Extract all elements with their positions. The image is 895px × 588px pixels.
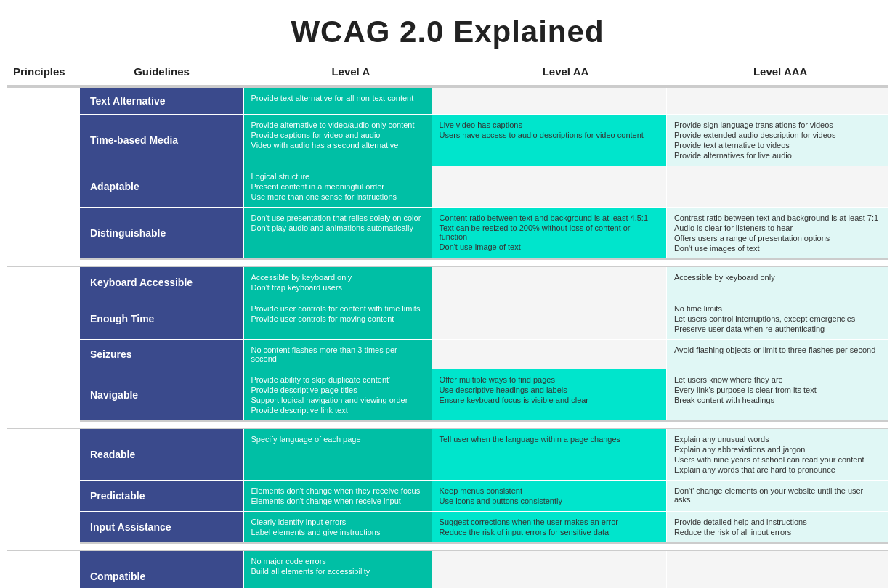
level-aaa-item: Audio is clear for listeners to hear	[674, 224, 880, 232]
level-aaa-item: Explain any abbreviations and jargon	[674, 445, 880, 454]
level-a-item: Video with audio has a second alternativ…	[251, 141, 424, 150]
level-a-item: Clearly identify input errors	[251, 518, 424, 526]
principle-perceivable: PERCEIVABLE	[7, 87, 80, 259]
principle-understandable: UNDERSTANDABLE	[7, 428, 80, 543]
level-aa-item: Content ratio between text and backgroun…	[440, 213, 659, 222]
level-a-item: Support logical navigation and viewing o…	[251, 396, 424, 404]
col-principles: Principles	[7, 62, 80, 81]
level-a-item: Provide ability to skip duplicate conten…	[251, 375, 424, 384]
level-a-item: Provide descriptive page titles	[251, 385, 424, 394]
level-aaa-item: Provide detailed help and instructions	[674, 518, 880, 526]
guideline-keyboard-accessible: Keyboard Accessible	[80, 266, 243, 298]
section-divider	[7, 259, 888, 266]
level-aaa-item: Provide text alternative to videos	[674, 141, 880, 150]
guideline-adaptable: Adaptable	[80, 166, 243, 208]
level-a-item: Label elements and give instructions	[251, 528, 424, 536]
guideline-distinguishable: Distinguishable	[80, 208, 243, 260]
level-aaa-item: Preserve user data when re-authenticatin…	[674, 324, 880, 333]
guideline-navigable: Navigable	[80, 369, 243, 422]
level-aaa-item: Explain any words that are hard to prono…	[674, 465, 880, 474]
level-a-item: Don't play audio and animations automati…	[251, 224, 424, 232]
level-aa-item: Text can be resized to 200% without loss…	[440, 224, 659, 241]
guideline-seizures: Seizures	[80, 340, 243, 369]
level-aaa-item: Reduce the risk of all input errors	[674, 528, 880, 536]
level-aaa-item: Provide sign language translations for v…	[674, 121, 880, 129]
level-aa-item: Don't use image of text	[440, 242, 659, 251]
level-a-item: Build all elements for accessibility	[251, 567, 424, 576]
level-aaa-item: Let users control interruptions, except …	[674, 314, 880, 323]
level-a-item: Elements don't change when they receive …	[251, 486, 424, 495]
level-a-item: Provide user controls for moving content	[251, 314, 424, 323]
level-aaa-item: Offers users a range of presentation opt…	[674, 234, 880, 242]
level-a-item: Specify language of each page	[251, 435, 424, 444]
level-a-item: Don't use presentation that relies solel…	[251, 213, 424, 222]
level-aa-item: Use descriptive headings and labels	[440, 385, 659, 394]
level-aaa-item: Every link's purpose is clear from its t…	[674, 385, 880, 394]
level-a-item: Provide user controls for content with t…	[251, 304, 424, 313]
level-a-item: Provide captions for video and audio	[251, 131, 424, 139]
level-aaa-item: Don't' change elements on your website u…	[674, 486, 880, 504]
level-aa-item: Ensure keyboard focus is visible and cle…	[440, 396, 659, 404]
section-divider	[7, 421, 888, 428]
level-aaa-item: No time limits	[674, 304, 880, 313]
guideline-readable: Readable	[80, 428, 243, 481]
level-a-item: No content flashes more than 3 times per…	[251, 346, 424, 363]
col-guidelines: Guidelines	[80, 62, 243, 81]
level-a-item: Elements don't change when receive input	[251, 497, 424, 505]
level-a-item: No major code errors	[251, 557, 424, 565]
level-aaa-item: Don't use images of text	[674, 244, 880, 253]
level-a-item: Don't trap keyboard users	[251, 283, 424, 292]
guideline-time-based-media: Time-based Media	[80, 115, 243, 166]
guideline-input-assistance: Input Assistance	[80, 512, 243, 544]
principle-robust: ROBUST	[7, 550, 80, 588]
guideline-enough-time: Enough Time	[80, 298, 243, 340]
guideline-predictable: Predictable	[80, 481, 243, 512]
level-a-item: Present content in a meaningful order	[251, 182, 424, 191]
guideline-compatible: Compatible	[80, 550, 243, 588]
level-a-item: Provide text alternative for all non-tex…	[251, 94, 424, 102]
level-a-item: Use more than one sense for instructions	[251, 192, 424, 201]
level-aaa-item: Contrast ratio between text and backgrou…	[674, 213, 880, 222]
level-aa-item: Live video has captions	[440, 121, 659, 129]
level-aaa-item: Avoid flashing objects or limit to three…	[674, 346, 880, 354]
section-divider	[7, 543, 888, 550]
principle-operable: OPERABLE	[7, 266, 80, 421]
level-aa-item: Use icons and buttons consistently	[440, 497, 659, 505]
col-level-aa: Level AA	[458, 62, 673, 81]
level-a-item: Logical structure	[251, 172, 424, 181]
col-level-aaa: Level AAA	[673, 62, 888, 81]
level-aaa-item: Explain any unusual words	[674, 435, 880, 444]
page-container: WCAG 2.0 Explained Principles Guidelines…	[0, 0, 895, 588]
level-aaa-item: Provide extended audio description for v…	[674, 131, 880, 139]
col-level-a: Level A	[243, 62, 458, 81]
level-a-item: Provide alternative to video/audio only …	[251, 121, 424, 129]
level-a-item: Provide descriptive link text	[251, 406, 424, 415]
level-aaa-item: Break content with headings	[674, 396, 880, 404]
page-title: WCAG 2.0 Explained	[7, 15, 888, 49]
level-aa-item: Users have access to audio descriptions …	[440, 131, 659, 139]
column-headers: Principles Guidelines Level A Level AA L…	[7, 62, 888, 86]
main-table: PERCEIVABLEText AlternativeProvide text …	[7, 86, 888, 588]
guideline-text-alternative: Text Alternative	[80, 87, 243, 115]
level-aaa-item: Let users know where they are	[674, 375, 880, 384]
level-aa-item: Keep menus consistent	[440, 486, 659, 495]
level-a-item: Accessible by keyboard only	[251, 273, 424, 282]
level-aa-item: Offer multiple ways to find pages	[440, 375, 659, 384]
level-aa-item: Suggest corrections when the user makes …	[440, 518, 659, 526]
level-aaa-item: Accessible by keyboard only	[674, 273, 880, 282]
level-aaa-item: Provide alternatives for live audio	[674, 151, 880, 160]
level-aaa-item: Users with nine years of school can read…	[674, 455, 880, 464]
level-aa-item: Reduce the risk of input errors for sens…	[440, 528, 659, 536]
level-aa-item: Tell user when the language within a pag…	[440, 435, 659, 444]
